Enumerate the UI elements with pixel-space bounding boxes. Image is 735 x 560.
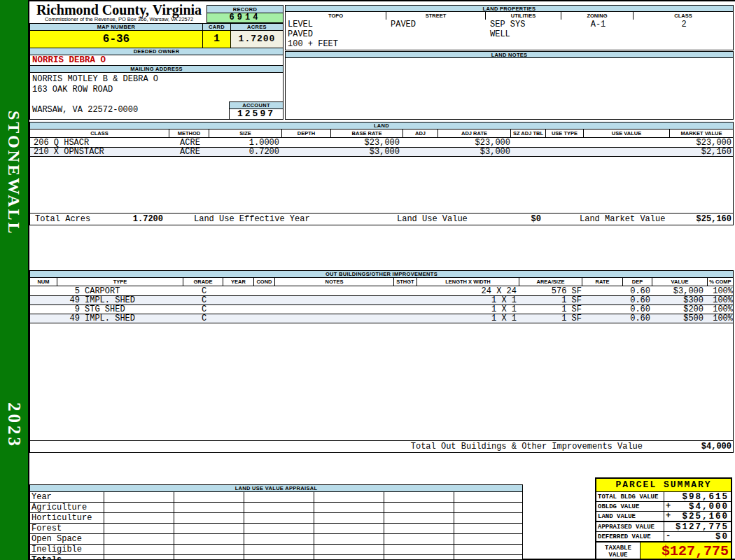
cell-adj-rate: $3,000: [439, 148, 510, 157]
column-header-length-width: LENGTH X WIDTH: [417, 278, 519, 286]
land-table-column-headers: CLASS METHOD SIZE DEPTH BASE RATE ADJ AD…: [30, 130, 733, 138]
column-header-topo: TOPO: [286, 12, 386, 20]
parcel-summary-title: PARCEL SUMMARY: [596, 479, 731, 491]
row-operator: -: [664, 532, 674, 541]
column-header-area-size: AREA/SIZE: [519, 278, 582, 286]
taxable-label-line1: TAXABLE: [596, 545, 640, 552]
empty-cell: [454, 503, 522, 512]
row-value: $0: [674, 532, 731, 541]
address-line-1: NORRIS MOTLEY B & DEBRA O: [32, 74, 158, 84]
address-line-2: 163 OAK ROW ROAD: [32, 85, 113, 94]
column-header-num: NUM: [30, 278, 57, 286]
empty-cell: [384, 555, 454, 560]
empty-cell: [244, 545, 314, 554]
cell-size: 0.7200: [210, 148, 279, 157]
empty-cell: [454, 524, 522, 533]
cell-area: 1 SF: [519, 314, 582, 323]
topo-value-3: 100 + FEET: [288, 39, 338, 49]
county-subtitle: Commissioner of the Revenue, PO Box 366,…: [32, 17, 206, 22]
empty-cell: [244, 524, 314, 533]
column-header-use-value: USE VALUE: [584, 130, 670, 137]
cell-num: 49: [30, 296, 80, 305]
out-buildings-title: OUT BUILDINGS/OTHER IMPROVEMENTS: [30, 271, 733, 278]
cell-num: 49: [30, 314, 80, 323]
column-header-depth: DEPTH: [282, 130, 331, 137]
empty-cell: [454, 555, 522, 560]
empty-cell: [314, 534, 384, 544]
account-value: 12597: [229, 108, 284, 120]
summary-row-land-value: LAND VALUE + $25,160: [596, 511, 731, 521]
column-header-dep: DEP: [623, 278, 652, 286]
land-market-value: $25,160: [660, 214, 732, 225]
land-use-appraisal-table: LAND USE VALUE APPRAISAL Year Agricultur…: [29, 484, 523, 560]
empty-cell: [314, 524, 384, 533]
out-buildings-total-value: $4,000: [660, 441, 732, 453]
land-table: LAND CLASS METHOD SIZE DEPTH BASE RATE A…: [29, 122, 734, 225]
row-label: DEFERRED VALUE: [596, 532, 664, 541]
empty-cell: [384, 534, 454, 544]
empty-cell: [384, 524, 454, 533]
class-value: 2: [634, 20, 734, 29]
row-operator: [664, 522, 674, 531]
land-totals-row: Total Acres 1.7200 Land Use Effective Ye…: [30, 213, 733, 225]
district-vertical-label: STONEWALL: [4, 111, 23, 236]
card-value: 1: [202, 30, 231, 48]
row-label: Agriculture: [30, 503, 104, 512]
column-header-use-type: USE TYPE: [546, 130, 584, 137]
zoning-value: A-1: [562, 20, 634, 29]
utilities-value-1: SEP SYS: [490, 20, 525, 29]
street-value: PAVED: [391, 20, 416, 29]
empty-cell: [384, 503, 454, 512]
column-header-street: STREET: [386, 12, 486, 20]
total-acres-value: 1.7200: [114, 214, 163, 225]
acres-value: 1.7200: [230, 30, 284, 48]
empty-cell: [174, 524, 244, 533]
column-header-size: SIZE: [209, 130, 282, 137]
column-header-class: CLASS: [634, 12, 733, 20]
taxable-label-line2: VALUE: [596, 552, 640, 559]
row-value: $127,775: [674, 522, 731, 531]
column-header-method: METHOD: [169, 130, 209, 137]
summary-row-obldg: OBLDG VALUE + $4,000: [596, 501, 731, 511]
row-label: Forest: [30, 524, 104, 533]
empty-cell: [244, 513, 314, 523]
empty-cell: [314, 545, 384, 554]
topo-value-1: LEVEL: [288, 20, 313, 29]
out-buildings-total-label: Total Out Buildings & Other Improvements…: [394, 441, 643, 453]
empty-cell: [454, 534, 522, 544]
column-header-grade: GRADE: [183, 278, 223, 286]
empty-cell: [384, 545, 454, 554]
total-acres-label: Total Acres: [35, 214, 90, 225]
out-buildings-totals-row: Total Out Buildings & Other Improvements…: [30, 440, 733, 452]
row-label: OBLDG VALUE: [596, 502, 664, 511]
land-use-appraisal-title: LAND USE VALUE APPRAISAL: [30, 485, 522, 492]
map-number-value: 6-36: [29, 30, 203, 48]
column-header-year: YEAR: [223, 278, 254, 286]
empty-cell: [244, 492, 314, 502]
row-value: $98,615: [674, 492, 731, 501]
column-header-pct-comp: % COMP: [708, 278, 733, 286]
parcel-summary: PARCEL SUMMARY TOTAL BLDG VALUE $98,615 …: [595, 477, 732, 560]
deeded-owner-value: NORRIS DEBRA O: [29, 55, 284, 66]
row-value: $4,000: [674, 502, 731, 511]
cell-grade: C: [184, 314, 224, 323]
empty-cell: [174, 492, 244, 502]
address-line-3: WARSAW, VA 22572-0000: [32, 105, 138, 115]
column-header-value: VALUE: [652, 278, 708, 286]
county-title: Richmond County, Virginia: [32, 3, 206, 17]
land-properties-values: LEVEL PAVED 100 + FEET PAVED SEP SYS WEL…: [285, 20, 734, 50]
land-row-2: 210 X OPNSTACR ACRE 0.7200 $3,000 $3,000…: [30, 148, 733, 157]
out-buildings-column-headers: NUM TYPE GRADE YEAR COND NOTES STHGT LEN…: [30, 278, 733, 286]
land-notes-box: [285, 57, 734, 120]
utilities-value-2: WELL: [490, 29, 510, 39]
row-label: TOTAL BLDG VALUE: [596, 492, 664, 501]
row-value: $25,160: [674, 512, 731, 521]
empty-cell: [244, 555, 314, 560]
land-use-effective-year-label: Land Use Effective Year: [194, 214, 310, 225]
out-building-row-1: 5 CARPORT C 24 X 24 576 SF 0.60 $3,000 1…: [30, 287, 733, 296]
empty-cell: [314, 503, 384, 512]
land-market-value-label: Land Market Value: [580, 214, 665, 225]
summary-row-taxable: TAXABLE VALUE $127,775: [596, 541, 731, 559]
column-header-adj: ADJ: [403, 130, 438, 137]
column-header-rate: RATE: [582, 278, 623, 286]
